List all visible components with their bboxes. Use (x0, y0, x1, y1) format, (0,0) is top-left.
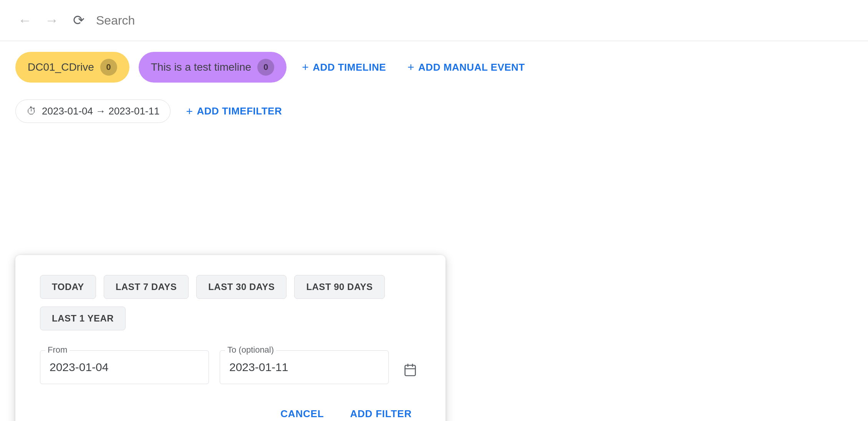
add-timeline-button[interactable]: + ADD TIMELINE (296, 57, 392, 78)
timeline-chip-test[interactable]: This is a test timeline 0 (139, 52, 287, 83)
add-filter-button[interactable]: ADD FILTER (341, 403, 421, 421)
to-date-field: To (optional) (220, 350, 389, 384)
add-timeline-plus-icon: + (302, 61, 309, 74)
top-bar: ← → ⟳ (0, 0, 868, 41)
forward-icon: → (45, 12, 59, 28)
add-timefilter-plus-icon: + (186, 105, 193, 118)
timeline-chip-test-badge: 0 (257, 59, 274, 76)
svg-rect-0 (405, 365, 416, 376)
quick-btn-last7[interactable]: LAST 7 DAYS (104, 275, 189, 299)
search-area (96, 13, 853, 28)
add-timefilter-label: ADD TIMEFILTER (197, 105, 282, 117)
quick-btn-today[interactable]: TODAY (40, 275, 96, 299)
to-date-input[interactable] (220, 350, 389, 384)
timeline-chip-dc01[interactable]: DC01_CDrive 0 (15, 52, 129, 83)
quick-btn-last30[interactable]: LAST 30 DAYS (196, 275, 287, 299)
timeline-bar: DC01_CDrive 0 This is a test timeline 0 … (0, 41, 868, 93)
add-timeline-label: ADD TIMELINE (313, 61, 386, 73)
main-content: TODAY LAST 7 DAYS LAST 30 DAYS LAST 90 D… (0, 132, 868, 421)
back-icon: ← (18, 12, 32, 28)
calendar-button[interactable] (399, 359, 421, 384)
add-manual-event-button[interactable]: + ADD MANUAL EVENT (401, 57, 531, 78)
from-date-field: From (40, 350, 209, 384)
add-manual-event-plus-icon: + (407, 61, 414, 74)
date-inputs-row: From To (optional) (40, 350, 421, 384)
timeline-chip-dc01-label: DC01_CDrive (28, 61, 94, 73)
quick-btn-last90[interactable]: LAST 90 DAYS (294, 275, 384, 299)
quick-buttons-row: TODAY LAST 7 DAYS LAST 30 DAYS LAST 90 D… (40, 275, 421, 330)
from-date-label: From (45, 345, 70, 355)
cancel-button[interactable]: CANCEL (271, 403, 333, 421)
forward-button[interactable]: → (42, 11, 61, 30)
add-manual-event-label: ADD MANUAL EVENT (418, 61, 525, 73)
timefilter-bar: ⏱ 2023-01-04 → 2023-01-11 + ADD TIMEFILT… (0, 93, 868, 132)
timeline-chip-test-label: This is a test timeline (151, 61, 251, 73)
timerange-display: 2023-01-04 → 2023-01-11 (42, 105, 159, 117)
date-filter-popup: TODAY LAST 7 DAYS LAST 30 DAYS LAST 90 D… (15, 255, 446, 421)
clock-icon: ⏱ (27, 105, 36, 117)
timerange-chip[interactable]: ⏱ 2023-01-04 → 2023-01-11 (15, 99, 171, 123)
dialog-actions: CANCEL ADD FILTER (40, 403, 421, 421)
search-input[interactable] (96, 13, 853, 28)
quick-btn-last1year[interactable]: LAST 1 YEAR (40, 307, 126, 330)
to-date-label: To (optional) (225, 345, 276, 355)
history-button[interactable]: ⟳ (69, 11, 88, 30)
calendar-icon (403, 363, 417, 380)
history-icon: ⟳ (73, 12, 84, 28)
from-date-input[interactable] (40, 350, 209, 384)
add-timefilter-button[interactable]: + ADD TIMEFILTER (180, 101, 288, 122)
back-button[interactable]: ← (15, 11, 35, 30)
timeline-chip-dc01-badge: 0 (100, 59, 117, 76)
